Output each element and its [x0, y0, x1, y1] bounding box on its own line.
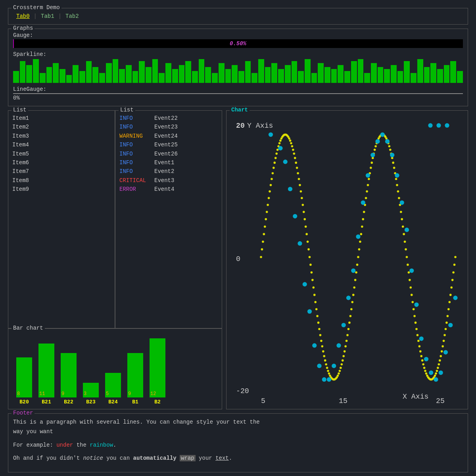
yellow-dot	[291, 145, 294, 148]
cyan-dot	[443, 350, 448, 355]
cyan-dot	[395, 173, 399, 178]
yellow-dot	[289, 140, 292, 142]
cyan-dot	[342, 323, 346, 327]
bar-chart-title: Bar chart	[12, 325, 45, 331]
list-item-name: Item4	[12, 140, 36, 149]
gauge-fill	[13, 39, 14, 48]
log-item: INFOEvent1	[119, 158, 218, 167]
footer-p3-italic: notice	[83, 455, 103, 461]
yellow-dot	[454, 256, 457, 258]
yellow-dot	[318, 328, 321, 330]
yellow-dot	[348, 322, 351, 324]
sparkline-label: Sparkline:	[13, 51, 463, 58]
yellow-dot	[309, 256, 311, 258]
yellow-dot	[301, 197, 303, 199]
yellow-dot	[347, 328, 350, 330]
chart-inner: 20 Y Axis 0 -20 5 15 25 X Axis	[230, 115, 464, 405]
sparkline-bar	[397, 71, 403, 83]
sparkline-bar	[165, 63, 171, 83]
sparkline-bar	[106, 63, 112, 83]
graphs-section: Graphs Gauge: 0.50% Sparkline: LineGauge…	[8, 29, 468, 106]
yellow-dot	[311, 271, 313, 274]
cyan-dot	[269, 132, 273, 137]
cyan-dot	[346, 296, 351, 300]
graphs-title: Graphs	[12, 25, 35, 31]
yellow-dot	[365, 197, 367, 199]
sparkline-bar	[457, 71, 463, 83]
yellow-dot	[337, 374, 339, 377]
bar-label: B2	[154, 399, 161, 405]
tab-1[interactable]: Tab1	[38, 13, 58, 19]
log-level: INFO	[119, 140, 151, 149]
sparkline-bar	[86, 61, 92, 83]
sparkline-bar	[378, 67, 384, 83]
sparkline-chart	[13, 59, 463, 83]
footer-p2-prefix: For example:	[13, 442, 56, 448]
yellow-dot	[262, 241, 264, 243]
yellow-dot	[315, 308, 318, 311]
sparkline-bar	[344, 71, 350, 83]
bar-rect: 8	[16, 357, 32, 397]
yellow-dot	[450, 286, 453, 289]
tab-0[interactable]: Tab0	[13, 13, 33, 19]
list2-title: List	[119, 107, 135, 113]
yellow-dot	[345, 340, 348, 342]
footer-p2-suffix: .	[113, 442, 116, 448]
sparkline-bar	[417, 59, 423, 83]
cyan-dot	[366, 173, 370, 178]
yellow-dot	[441, 350, 443, 353]
sparkline-bar	[212, 73, 218, 83]
list-item: Item8	[12, 176, 111, 185]
yellow-dot	[353, 286, 355, 289]
yellow-dot	[321, 345, 324, 347]
cyan-dot	[332, 364, 336, 368]
sparkline-bar	[338, 65, 344, 83]
bar-rect: 3	[83, 383, 99, 397]
yellow-dot	[388, 145, 391, 148]
sparkline-bar	[79, 71, 85, 83]
yellow-dot	[360, 233, 363, 235]
cyan-dot	[298, 241, 302, 246]
bar-column: 11 B21	[38, 344, 54, 405]
yellow-dot	[453, 264, 456, 266]
yellow-dot	[346, 334, 349, 336]
yellow-dot	[274, 157, 277, 159]
footer-p3-suffix: your	[196, 455, 215, 461]
sparkline-bar	[351, 61, 357, 83]
footer-text: This is a paragraph with several lines. …	[13, 418, 463, 463]
svg-text:0: 0	[236, 255, 240, 263]
yellow-dot	[326, 367, 328, 369]
left-column: List Item1Item2Item3Item4Item5Item6Item7…	[8, 110, 222, 409]
footer-title: Footer	[12, 410, 35, 416]
footer-p2-cyan: rainbow	[90, 442, 113, 448]
log-item: WARNINGEvent24	[119, 132, 218, 140]
cyan-dot	[429, 370, 433, 375]
bar-label: B20	[19, 399, 29, 405]
chart-title: Chart	[230, 107, 250, 113]
yellow-dot	[411, 301, 414, 303]
yellow-dot	[447, 308, 450, 311]
footer-p3-mid: you can	[103, 455, 133, 461]
yellow-dot	[276, 149, 279, 151]
bar-label: B22	[64, 399, 73, 405]
yellow-dot	[279, 140, 282, 142]
yellow-dot	[319, 334, 322, 336]
footer-paragraph1: This is a paragraph with several lines. …	[13, 418, 463, 437]
bar-rect: 9	[61, 353, 77, 397]
cyan-dot	[278, 146, 282, 150]
linegauge-value: 0%	[13, 95, 463, 101]
footer-paragraph3: Oh and if you didn't notice you can auto…	[13, 454, 463, 463]
cyan-dot	[400, 200, 404, 205]
cyan-dot	[336, 343, 341, 347]
yellow-dot	[424, 370, 426, 372]
log-level: INFO	[119, 158, 151, 167]
yellow-dot	[416, 334, 419, 336]
tab-2[interactable]: Tab2	[62, 13, 82, 19]
log-level: INFO	[119, 114, 151, 123]
sparkline-bar	[13, 71, 19, 83]
sparkline-bar	[391, 65, 397, 83]
sparkline-bar	[292, 61, 298, 83]
yellow-dot	[268, 197, 270, 199]
list-item: Item7	[12, 167, 111, 176]
yellow-dot	[309, 264, 312, 266]
